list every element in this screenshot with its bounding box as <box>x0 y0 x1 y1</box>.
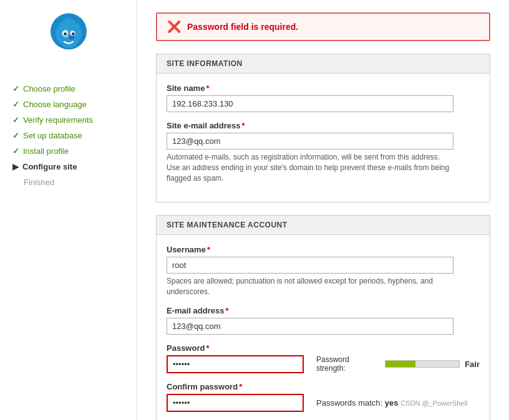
error-message: Password field is required. <box>187 22 298 32</box>
password-label: Password* <box>167 343 480 353</box>
sidebar-item-choose-language[interactable]: ✓Choose language <box>12 97 137 112</box>
password-strength-fill <box>385 361 415 367</box>
sidebar-item-label[interactable]: Choose profile <box>23 84 75 93</box>
maintenance-account-section: SITE MAINTENANCE ACCOUNT Username* Space… <box>156 215 490 420</box>
password-strength-wrap: Password strength: Fair <box>316 355 480 373</box>
svg-point-7 <box>71 32 74 36</box>
sidebar-item-label[interactable]: Verify requirements <box>23 115 93 125</box>
check-icon: ✓ <box>12 131 19 140</box>
site-email-label: Site e-mail address* <box>167 121 480 130</box>
email-label: E-mail address* <box>167 306 480 315</box>
check-icon: ✓ <box>12 100 19 109</box>
sidebar-item-label: Configure site <box>22 162 77 171</box>
site-email-input[interactable] <box>167 133 453 150</box>
passwords-match-label: Passwords match: <box>316 398 382 408</box>
watermark: CSDN @_PowerShell <box>400 399 467 407</box>
sidebar: ✓Choose profile✓Choose language✓Verify r… <box>0 0 137 420</box>
sidebar-item-set-up-database[interactable]: ✓Set up database <box>12 128 137 143</box>
sidebar-item-label: Finished <box>12 178 54 187</box>
email-group: E-mail address* <box>167 306 480 335</box>
password-input-wrap <box>167 355 304 373</box>
maintenance-title: SITE MAINTENANCE ACCOUNT <box>157 216 490 235</box>
username-hint: Spaces are allowed; punctuation is not a… <box>167 276 453 297</box>
arrow-icon: ▶ <box>12 162 19 171</box>
site-name-group: Site name* <box>167 84 480 112</box>
sidebar-item-choose-profile[interactable]: ✓Choose profile <box>12 81 137 97</box>
username-label: Username* <box>167 245 480 254</box>
sidebar-item-label[interactable]: Install profile <box>23 146 69 156</box>
password-strength-value: Fair <box>465 360 480 369</box>
site-email-group: Site e-mail address* Automated e-mails, … <box>167 121 480 183</box>
site-information-section: SITE INFORMATION Site name* Site e-mail … <box>156 54 490 203</box>
sidebar-item-configure-site[interactable]: ▶Configure site <box>12 159 137 174</box>
passwords-match-wrap: Passwords match: yes CSDN @_PowerShell <box>316 398 467 408</box>
sidebar-item-label[interactable]: Choose language <box>23 100 87 109</box>
sidebar-item-install-profile[interactable]: ✓Install profile <box>12 143 137 159</box>
password-strength-label: Password strength: <box>316 355 380 373</box>
confirm-password-group: Confirm password* Passwords match: yes C… <box>167 382 480 412</box>
sidebar-item-finished: Finished <box>12 174 137 190</box>
passwords-match-value: yes <box>385 398 399 408</box>
check-icon: ✓ <box>12 115 19 125</box>
main-content: ❌ Password field is required. SITE INFOR… <box>137 0 509 420</box>
check-icon: ✓ <box>12 146 19 156</box>
username-group: Username* Spaces are allowed; punctuatio… <box>167 245 480 297</box>
confirm-password-input[interactable] <box>167 394 304 412</box>
sidebar-item-verify-requirements[interactable]: ✓Verify requirements <box>12 112 137 128</box>
password-input[interactable] <box>167 355 304 373</box>
drupal-logo-icon <box>44 12 94 62</box>
error-icon: ❌ <box>167 20 181 34</box>
site-information-title: SITE INFORMATION <box>157 54 490 74</box>
confirm-password-input-wrap <box>167 394 304 412</box>
sidebar-item-label[interactable]: Set up database <box>23 131 82 140</box>
svg-point-6 <box>64 32 67 36</box>
email-input[interactable] <box>167 318 453 335</box>
check-icon: ✓ <box>12 84 19 93</box>
password-strength-bar <box>385 360 460 368</box>
username-input[interactable] <box>167 257 453 274</box>
site-name-label: Site name* <box>167 84 480 93</box>
confirm-password-label: Confirm password* <box>167 382 480 391</box>
site-email-hint: Automated e-mails, such as registration … <box>167 152 453 183</box>
site-name-input[interactable] <box>167 95 453 112</box>
password-group: Password* Password strength: Fair <box>167 343 480 373</box>
logo-container <box>12 12 137 62</box>
error-box: ❌ Password field is required. <box>156 12 490 41</box>
